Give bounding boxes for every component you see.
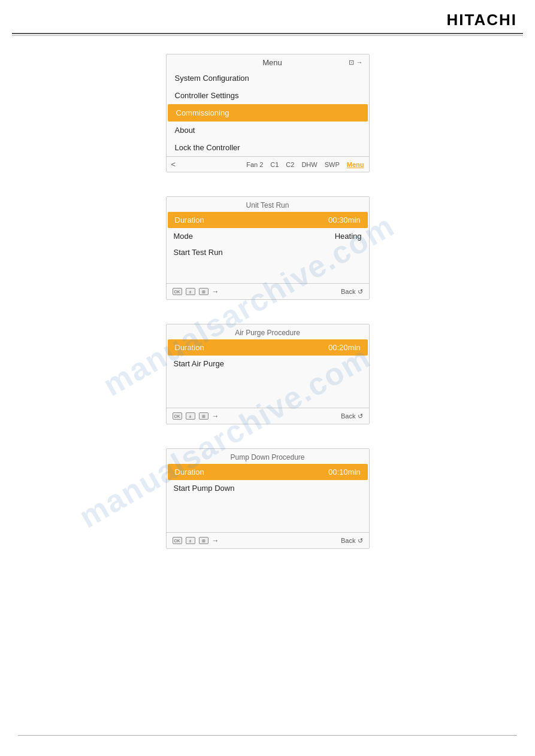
pump-down-back-icon: ↺: [358, 537, 363, 545]
unit-test-run-panel: Unit Test Run Duration 00:30min Mode Hea…: [166, 196, 370, 300]
ok-icon-3[interactable]: OK: [173, 537, 182, 544]
back-icon: ↺: [358, 288, 363, 296]
air-purge-title: Air Purge Procedure: [167, 324, 369, 339]
pump-down-duration-value: 00:10min: [328, 467, 360, 476]
air-purge-bottom-icons: OK ± ⊞ →: [173, 412, 219, 420]
pump-down-start-row[interactable]: Start Pump Down: [167, 480, 369, 496]
menu-title: Menu: [197, 58, 349, 67]
menu-item-lock-controller[interactable]: Lock the Controller: [167, 139, 369, 156]
pump-down-back[interactable]: Back ↺: [341, 537, 362, 545]
footer: [0, 735, 535, 738]
unit-test-back[interactable]: Back ↺: [341, 288, 362, 296]
unit-test-run-title: Unit Test Run: [167, 197, 369, 212]
plus-minus-icon-2[interactable]: ±: [186, 412, 195, 420]
plus-minus-icon-3[interactable]: ±: [186, 537, 195, 544]
air-purge-start-label: Start Air Purge: [174, 359, 225, 368]
menu-panel-header: Menu ⊡ →: [167, 54, 369, 69]
pump-down-back-label: Back: [341, 537, 355, 544]
unit-test-mode-row[interactable]: Mode Heating: [167, 228, 369, 244]
unit-test-duration-label: Duration: [175, 215, 204, 224]
nav-tab-c2[interactable]: C2: [286, 161, 294, 168]
menu-nav-bar: < Fan 2 C1 C2 DHW SWP Menu: [167, 156, 369, 172]
air-purge-back[interactable]: Back ↺: [341, 412, 362, 420]
air-purge-bottom-bar: OK ± ⊞ → Back ↺: [167, 408, 369, 424]
footer-line-1: [18, 735, 517, 736]
screen-icon: ⊡: [349, 59, 354, 66]
air-purge-duration-value: 00:20min: [328, 343, 360, 352]
pump-down-duration-row[interactable]: Duration 00:10min: [168, 464, 368, 480]
unit-test-bottom-icons: OK ± ⊞ →: [173, 287, 219, 296]
unit-test-mode-label: Mode: [174, 232, 194, 241]
pump-down-bottom-icons: OK ± ⊞ →: [173, 536, 219, 545]
arrow-icon: →: [356, 59, 363, 66]
menu-item-controller-settings[interactable]: Controller Settings: [167, 87, 369, 104]
unit-test-duration-value: 00:30min: [328, 215, 360, 224]
nav-back-arrow[interactable]: <: [171, 160, 176, 169]
nav-tabs: Fan 2 C1 C2 DHW SWP Menu: [246, 161, 364, 168]
header-divider-2: [12, 35, 523, 36]
back-label: Back: [341, 288, 355, 295]
unit-test-start-label: Start Test Run: [174, 248, 223, 257]
ok-icon-2[interactable]: OK: [173, 412, 182, 420]
air-purge-duration-label: Duration: [175, 343, 204, 352]
nav-tab-c1[interactable]: C1: [270, 161, 279, 168]
nav-tab-menu[interactable]: Menu: [347, 161, 364, 168]
page-header: HITACHI: [0, 0, 535, 33]
unit-test-bottom-bar: OK ± ⊞ → Back ↺: [167, 283, 369, 299]
air-purge-duration-row[interactable]: Duration 00:20min: [168, 339, 368, 356]
plus-minus-icon[interactable]: ±: [186, 288, 195, 295]
unit-test-duration-row[interactable]: Duration 00:30min: [168, 212, 368, 228]
pump-down-title: Pump Down Procedure: [167, 449, 369, 464]
grid-icon-3[interactable]: ⊞: [199, 537, 208, 544]
nav-tab-fan2[interactable]: Fan 2: [246, 161, 263, 168]
arrow-right-icon-3: →: [212, 536, 219, 545]
pump-down-duration-label: Duration: [175, 467, 204, 476]
nav-tab-swp[interactable]: SWP: [325, 161, 340, 168]
arrow-right-icon-2: →: [212, 412, 219, 420]
air-purge-back-label: Back: [341, 412, 355, 420]
pump-down-panel: Pump Down Procedure Duration 00:10min St…: [166, 448, 370, 549]
menu-panel: Menu ⊡ → System Configuration Controller…: [166, 54, 370, 172]
menu-header-icons: ⊡ →: [349, 59, 363, 66]
grid-icon[interactable]: ⊞: [199, 288, 208, 295]
unit-test-mode-value: Heating: [335, 232, 362, 241]
air-purge-panel: Air Purge Procedure Duration 00:20min St…: [166, 324, 370, 424]
menu-item-about[interactable]: About: [167, 122, 369, 139]
menu-item-commissioning[interactable]: Commissioning: [168, 104, 368, 122]
pump-down-bottom-bar: OK ± ⊞ → Back ↺: [167, 532, 369, 548]
arrow-right-icon: →: [212, 287, 219, 296]
pump-down-start-label: Start Pump Down: [174, 484, 235, 493]
air-purge-back-icon: ↺: [358, 412, 363, 420]
header-divider-1: [12, 33, 523, 34]
nav-tab-dhw[interactable]: DHW: [301, 161, 317, 168]
air-purge-start-row[interactable]: Start Air Purge: [167, 356, 369, 372]
page-content: Menu ⊡ → System Configuration Controller…: [0, 48, 535, 573]
grid-icon-2[interactable]: ⊞: [199, 412, 208, 420]
ok-icon[interactable]: OK: [173, 288, 182, 295]
brand-logo: HITACHI: [446, 11, 517, 29]
menu-item-system-config[interactable]: System Configuration: [167, 69, 369, 87]
unit-test-start-row[interactable]: Start Test Run: [167, 244, 369, 260]
